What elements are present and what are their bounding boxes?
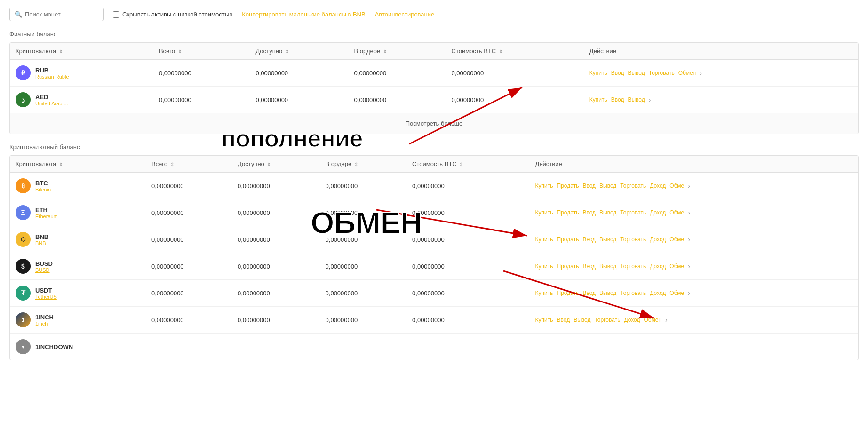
hide-low-label[interactable]: Скрывать активы с низкой стоимостью — [113, 11, 232, 18]
usdt-icon: ₮ — [16, 286, 31, 301]
more-arrow[interactable]: › — [665, 316, 668, 324]
crypto-col-total[interactable]: Всего ⇕ — [146, 156, 232, 173]
total-value — [146, 334, 232, 360]
withdraw-link[interactable]: Вывод — [573, 317, 590, 323]
buy-link[interactable]: Купить — [535, 317, 553, 323]
exchange-link[interactable]: Обмен — [678, 70, 696, 76]
earn-link[interactable]: Доход — [650, 290, 666, 296]
buy-link[interactable]: Купить — [589, 96, 607, 103]
coin-cell: 1 1INCH 1inch — [10, 307, 146, 334]
see-more-link[interactable]: Посмотреть больше — [406, 120, 463, 127]
coin-fullname[interactable]: Bitcoin — [35, 187, 51, 192]
crypto-col-order[interactable]: В ордере ⇕ — [320, 156, 407, 173]
more-arrow[interactable]: › — [688, 289, 690, 297]
exchange-link[interactable]: Обме — [669, 236, 684, 243]
trade-link[interactable]: Торговать — [594, 317, 620, 323]
sell-link[interactable]: Продать — [557, 290, 579, 296]
hide-low-checkbox[interactable] — [113, 11, 119, 18]
withdraw-link[interactable]: Вывод — [599, 183, 616, 189]
action-cell: Купить Ввод Вывод Торговать Доход Обмен … — [530, 307, 858, 334]
deposit-link[interactable]: Ввод — [557, 317, 570, 323]
table-row: $ BUSD BUSD 0,00000000 0,00000000 0,0000… — [10, 253, 858, 280]
table-row: ₿ BTC Bitcoin 0,00000000 0,00000000 0,00… — [10, 173, 858, 199]
withdraw-link[interactable]: Вывод — [599, 236, 616, 243]
more-arrow[interactable]: › — [688, 182, 690, 190]
fiat-table: Криптовалюта ⇕ Всего ⇕ Доступно ⇕ В орде… — [10, 43, 858, 134]
coin-cell: $ BUSD BUSD — [10, 253, 146, 280]
trade-link[interactable]: Торговать — [620, 209, 646, 216]
coin-fullname[interactable]: Russian Ruble — [35, 74, 69, 79]
exchange-link[interactable]: Обме — [669, 209, 684, 216]
search-box[interactable]: 🔍 — [9, 8, 104, 21]
order-value: 0,00000000 — [320, 280, 407, 307]
inchdown-icon: ▼ — [16, 339, 31, 354]
crypto-col-action: Действие — [530, 156, 858, 173]
trade-link[interactable]: Торговать — [620, 290, 646, 296]
buy-link[interactable]: Купить — [535, 236, 553, 243]
trade-link[interactable]: Торговать — [620, 236, 646, 243]
buy-link[interactable]: Купить — [535, 263, 553, 270]
coin-fullname[interactable]: TetherUS — [35, 294, 57, 300]
earn-link[interactable]: Доход — [624, 317, 640, 323]
deposit-link[interactable]: Ввод — [582, 209, 596, 216]
deposit-link[interactable]: Ввод — [611, 70, 624, 76]
more-arrow[interactable]: › — [688, 236, 690, 243]
withdraw-link[interactable]: Вывод — [599, 263, 616, 270]
deposit-link[interactable]: Ввод — [582, 183, 596, 189]
autoinvest-link[interactable]: Автоинвестирование — [375, 11, 435, 18]
buy-link[interactable]: Купить — [589, 70, 607, 76]
sell-link[interactable]: Продать — [557, 263, 579, 270]
fiat-col-crypto[interactable]: Криптовалюта ⇕ — [10, 43, 153, 60]
fiat-col-order[interactable]: В ордере ⇕ — [349, 43, 446, 60]
withdraw-link[interactable]: Вывод — [628, 70, 645, 76]
buy-link[interactable]: Купить — [535, 183, 553, 189]
coin-cell: Ξ ETH Ethereum — [10, 199, 146, 226]
fiat-col-total[interactable]: Всего ⇕ — [153, 43, 250, 60]
crypto-col-btc[interactable]: Стоимость BTC ⇕ — [406, 156, 530, 173]
deposit-link[interactable]: Ввод — [582, 236, 596, 243]
total-value: 0,00000000 — [146, 173, 232, 199]
top-bar: 🔍 Скрывать активы с низкой стоимостью Ко… — [9, 8, 859, 21]
withdraw-link[interactable]: Вывод — [599, 209, 616, 216]
sell-link[interactable]: Продать — [557, 209, 579, 216]
coin-fullname[interactable]: BNB — [35, 240, 48, 246]
more-arrow[interactable]: › — [688, 262, 690, 270]
withdraw-link[interactable]: Вывод — [599, 290, 616, 296]
table-row: ₮ USDT TetherUS 0,00000000 0,00000000 0,… — [10, 280, 858, 307]
more-arrow[interactable]: › — [688, 209, 690, 216]
crypto-col-available[interactable]: Доступно ⇕ — [232, 156, 319, 173]
buy-link[interactable]: Купить — [535, 290, 553, 296]
deposit-link[interactable]: Ввод — [582, 263, 596, 270]
trade-link[interactable]: Торговать — [620, 183, 646, 189]
earn-link[interactable]: Доход — [650, 236, 666, 243]
exchange-link[interactable]: Обме — [669, 290, 684, 296]
deposit-link[interactable]: Ввод — [611, 96, 624, 103]
buy-link[interactable]: Купить — [535, 209, 553, 216]
exchange-link[interactable]: Обмен — [644, 317, 661, 323]
trade-link[interactable]: Торговать — [620, 263, 646, 270]
convert-link[interactable]: Конвертировать маленькие балансы в BNB — [242, 11, 365, 18]
earn-link[interactable]: Доход — [650, 183, 666, 189]
coin-symbol: AED — [35, 94, 68, 101]
fiat-col-btc[interactable]: Стоимость BTC ⇕ — [446, 43, 584, 60]
more-arrow[interactable]: › — [700, 69, 702, 77]
fiat-col-available[interactable]: Доступно ⇕ — [250, 43, 348, 60]
exchange-link[interactable]: Обме — [669, 183, 684, 189]
exchange-link[interactable]: Обме — [669, 263, 684, 270]
crypto-col-crypto[interactable]: Криптовалюта ⇕ — [10, 156, 146, 173]
search-input[interactable] — [25, 11, 98, 18]
coin-fullname[interactable]: 1inch — [35, 321, 54, 326]
sell-link[interactable]: Продать — [557, 183, 579, 189]
coin-cell: ⬡ BNB BNB — [10, 226, 146, 253]
coin-symbol: 1INCHDOWN — [35, 343, 73, 350]
more-arrow[interactable]: › — [649, 96, 651, 103]
earn-link[interactable]: Доход — [650, 209, 666, 216]
trade-link[interactable]: Торговать — [649, 70, 675, 76]
coin-fullname[interactable]: United Arab ... — [35, 101, 68, 106]
coin-fullname[interactable]: BUSD — [35, 267, 53, 273]
coin-fullname[interactable]: Ethereum — [35, 214, 58, 219]
deposit-link[interactable]: Ввод — [582, 290, 596, 296]
withdraw-link[interactable]: Вывод — [628, 96, 645, 103]
sell-link[interactable]: Продать — [557, 236, 579, 243]
earn-link[interactable]: Доход — [650, 263, 666, 270]
